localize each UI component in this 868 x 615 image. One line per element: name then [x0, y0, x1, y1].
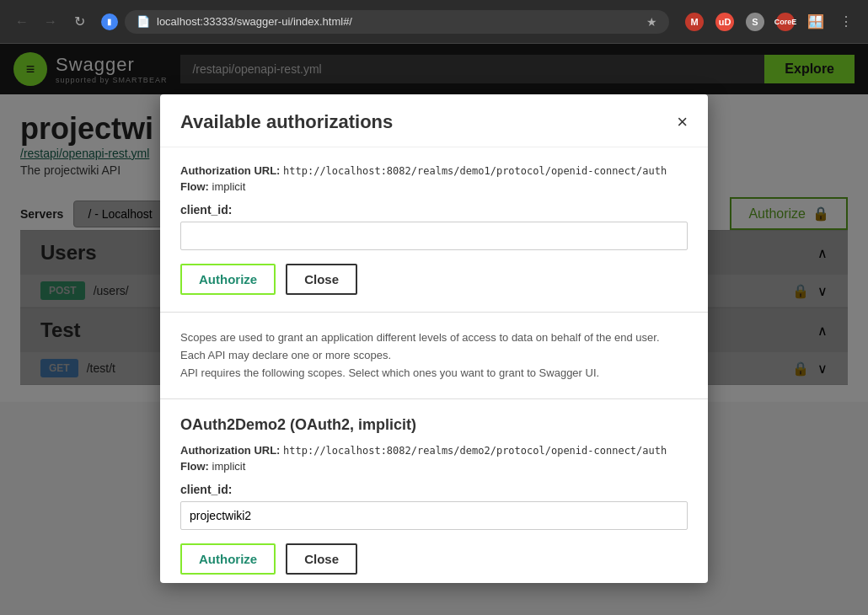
auth-flow-row-2: Flow: implicit: [180, 460, 688, 473]
auth-flow-value-1: implicit: [212, 180, 246, 193]
bookmark-star-icon[interactable]: ★: [646, 15, 657, 29]
client-id-label-2: client_id:: [180, 483, 688, 496]
page-icon: 📄: [137, 15, 150, 28]
close-button-1[interactable]: Close: [286, 264, 357, 295]
mcafee-icon[interactable]: M: [683, 10, 706, 34]
reload-button[interactable]: ↻: [67, 10, 91, 34]
modal-header: Available authorizations ×: [160, 94, 708, 147]
browser-actions: M uD S CoreE 🪟 ⋮: [683, 10, 858, 34]
address-text: localhost:33333/swagger-ui/index.html#/: [157, 15, 640, 28]
auth-flow-row-1: Flow: implicit: [180, 180, 688, 193]
ublock-icon[interactable]: uD: [713, 10, 737, 34]
modal-overlay: Available authorizations × Authorization…: [0, 44, 868, 615]
nav-buttons: ← → ↻: [10, 10, 91, 34]
forward-button[interactable]: →: [39, 10, 62, 34]
btn-row-2: Authorize Close: [180, 543, 688, 575]
mcafee-badge: M: [685, 13, 704, 31]
authorize-button-1[interactable]: Authorize: [180, 264, 276, 295]
auth-url-row-2: Authorization URL: http://localhost:8082…: [180, 444, 688, 457]
authorize-button-2[interactable]: Authorize: [180, 543, 276, 575]
close-button-2[interactable]: Close: [286, 543, 357, 575]
extensions-icon[interactable]: 🪟: [804, 10, 828, 34]
s-badge: S: [746, 13, 764, 31]
auth-section-1: Authorization URL: http://localhost:8082…: [160, 147, 708, 313]
s-icon[interactable]: S: [743, 10, 767, 34]
auth-url-row-1: Authorization URL: http://localhost:8082…: [180, 164, 688, 177]
address-bar[interactable]: 📄 localhost:33333/swagger-ui/index.html#…: [125, 10, 669, 34]
scopes-line-2: Each API may declare one or more scopes.: [180, 347, 688, 365]
page-content: ≡ Swagger supported by SMARTBEAR Explore…: [0, 44, 868, 615]
browser-chrome: ← → ↻ ▮ 📄 localhost:33333/swagger-ui/ind…: [0, 0, 868, 44]
auth-url-label-1: Authorization URL:: [180, 164, 280, 177]
modal-title: Available authorizations: [180, 111, 393, 133]
client-id-label-1: client_id:: [180, 203, 688, 217]
btn-row-1: Authorize Close: [180, 264, 688, 295]
menu-icon[interactable]: ⋮: [834, 10, 858, 34]
ublock-badge: uD: [715, 13, 734, 31]
oauth2-title: OAuth2Demo2 (OAuth2, implicit): [180, 416, 688, 434]
scopes-line-1: Scopes are used to grant an application …: [180, 329, 688, 347]
core-icon[interactable]: CoreE: [774, 10, 797, 34]
back-button[interactable]: ←: [10, 10, 34, 34]
auth-flow-label-1: Flow:: [180, 180, 209, 193]
scopes-line-3: API requires the following scopes. Selec…: [180, 365, 688, 382]
modal-close-button[interactable]: ×: [677, 113, 688, 131]
auth-url-value-1: http://localhost:8082/realms/demo1/proto…: [283, 165, 667, 177]
client-id-input-2[interactable]: [180, 501, 688, 530]
auth-url-label-2: Authorization URL:: [180, 444, 280, 457]
security-shield-icon: ▮: [101, 13, 118, 30]
oauth2-section: OAuth2Demo2 (OAuth2, implicit) Authoriza…: [160, 399, 708, 583]
auth-flow-label-2: Flow:: [180, 460, 209, 473]
auth-flow-value-2: implicit: [212, 460, 246, 473]
modal: Available authorizations × Authorization…: [160, 94, 708, 583]
modal-body: Authorization URL: http://localhost:8082…: [160, 147, 708, 583]
scopes-section: Scopes are used to grant an application …: [160, 313, 708, 399]
client-id-input-1[interactable]: [180, 222, 688, 250]
core-badge: CoreE: [776, 13, 795, 31]
auth-url-value-2: http://localhost:8082/realms/demo2/proto…: [283, 445, 667, 457]
